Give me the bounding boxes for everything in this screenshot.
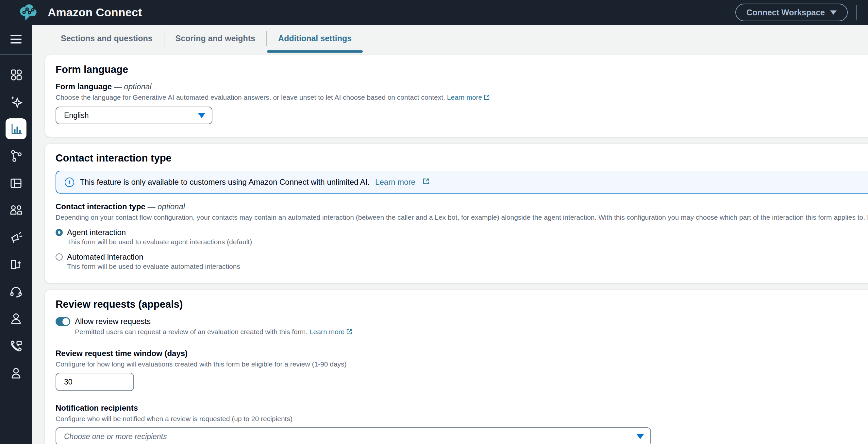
external-link-icon: [423, 178, 429, 187]
sidebar-nav: [0, 61, 32, 386]
info-banner-text: This feature is only available to custom…: [80, 178, 370, 187]
tab-scoring-and-weights[interactable]: Scoring and weights: [164, 25, 266, 52]
form-language-heading: Form language: [56, 64, 868, 76]
tab-sections-and-questions[interactable]: Sections and questions: [50, 25, 164, 52]
left-nav-sidebar: [0, 25, 32, 444]
info-banner: i This feature is only available to cust…: [56, 171, 868, 194]
time-window-label: Review request time window (days): [56, 349, 868, 358]
users-icon[interactable]: [0, 197, 32, 224]
allow-review-requests-toggle[interactable]: [56, 317, 70, 326]
app-header: Amazon Connect Connect Workspace: [0, 0, 868, 25]
layout-panels-icon[interactable]: [0, 169, 32, 197]
megaphone-icon[interactable]: [0, 224, 32, 251]
radio-selected-icon[interactable]: [56, 229, 63, 236]
app-title: Amazon Connect: [48, 6, 142, 19]
amazon-connect-logo: Amazon Connect: [18, 3, 142, 22]
external-link-icon: [346, 329, 352, 336]
active-nav-highlight: [5, 118, 27, 139]
toggle-knob: [62, 318, 69, 325]
radio-unselected-icon[interactable]: [56, 254, 63, 261]
radio-agent-interaction[interactable]: Agent interaction: [56, 228, 868, 237]
recipients-placeholder: Choose one or more recipients: [64, 432, 167, 441]
tab-additional-settings[interactable]: Additional settings: [267, 25, 363, 52]
form-language-learn-more-link[interactable]: Learn more: [447, 93, 482, 101]
header-divider: [856, 5, 857, 20]
form-language-description: Choose the language for Generative AI au…: [56, 93, 868, 102]
form-language-card: Form language Form language — optional C…: [45, 55, 868, 137]
allow-review-requests-description: Permitted users can request a review of …: [75, 328, 868, 336]
analytics-bar-chart-icon[interactable]: [0, 115, 32, 142]
radio-automated-interaction-description: This form will be used to evaluate autom…: [67, 263, 868, 270]
profile-person-icon[interactable]: [0, 359, 32, 386]
notification-recipients-label: Notification recipients: [56, 404, 868, 413]
review-requests-heading: Review requests (appeals): [56, 298, 868, 310]
review-requests-learn-more-link[interactable]: Learn more: [309, 328, 344, 335]
ai-sparkle-icon[interactable]: [0, 88, 32, 115]
connect-workspace-label: Connect Workspace: [746, 8, 825, 17]
form-language-label: Form language — optional: [56, 82, 868, 91]
book-sparkle-icon[interactable]: [0, 251, 32, 278]
banner-learn-more-link[interactable]: Learn more: [375, 178, 415, 187]
sidebar-divider: [0, 54, 32, 55]
external-link-icon: [484, 94, 490, 102]
time-window-block: Review request time window (days) Config…: [56, 349, 868, 391]
review-requests-card: Review requests (appeals) Allow review r…: [45, 290, 868, 444]
notification-recipients-select[interactable]: Choose one or more recipients: [56, 427, 651, 444]
caret-down-icon: [637, 434, 644, 439]
headset-icon[interactable]: [0, 278, 32, 305]
form-language-select[interactable]: English: [56, 107, 212, 124]
time-window-input[interactable]: [56, 373, 134, 391]
flows-branch-icon[interactable]: [0, 142, 32, 169]
contact-interaction-heading: Contact interaction type: [56, 152, 868, 164]
info-icon: i: [65, 178, 74, 187]
optional-suffix: — optional: [147, 202, 185, 211]
additional-settings-panel: Form language Form language — optional C…: [32, 52, 868, 444]
menu-icon[interactable]: [0, 25, 32, 49]
caret-down-icon: [198, 113, 205, 118]
cloud-logo-icon: [18, 3, 38, 22]
main-content: Sections and questions Scoring and weigh…: [32, 25, 868, 444]
contact-interaction-label: Contact interaction type — optional: [56, 202, 868, 211]
optional-suffix: — optional: [114, 82, 152, 91]
form-language-select-value: English: [64, 111, 89, 120]
time-window-description: Configure for how long will evaluations …: [56, 360, 868, 368]
connect-workspace-button[interactable]: Connect Workspace: [735, 4, 848, 21]
person-icon[interactable]: [0, 305, 32, 332]
caret-down-icon: [830, 10, 837, 15]
allow-review-requests-row: Allow review requests: [56, 317, 868, 326]
notification-recipients-description: Configure who will be notified when a re…: [56, 415, 868, 423]
phone-chat-icon[interactable]: [0, 332, 32, 359]
allow-review-requests-label: Allow review requests: [75, 317, 151, 326]
contact-interaction-description: Depending on your contact flow configura…: [56, 213, 868, 221]
contact-interaction-card: Contact interaction type i This feature …: [45, 144, 868, 283]
form-tabs: Sections and questions Scoring and weigh…: [32, 25, 868, 52]
apps-grid-icon[interactable]: [0, 61, 32, 88]
radio-agent-interaction-description: This form will be used to evaluate agent…: [67, 238, 868, 246]
notification-recipients-block: Notification recipients Configure who wi…: [56, 404, 868, 444]
radio-automated-interaction[interactable]: Automated interaction: [56, 253, 868, 262]
